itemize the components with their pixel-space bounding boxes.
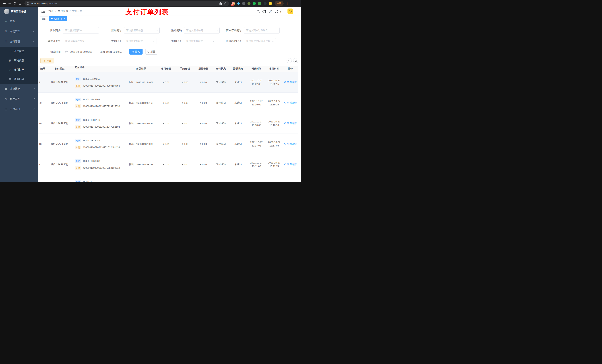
sidebar-item-home[interactable]: ⌂ 首页 xyxy=(0,16,38,26)
view-detail-link[interactable]: 查看详情 xyxy=(283,72,298,93)
pay-status-select[interactable] xyxy=(124,38,156,44)
table-row[interactable]: 商户 1635311… 支付 标题： 查看详情 xyxy=(38,175,298,182)
channel-code-select[interactable] xyxy=(184,27,220,33)
date-start: 2021-10-01 00:00:00 xyxy=(70,51,92,53)
browser-menu-icon[interactable]: ⋮ xyxy=(285,2,289,5)
col-header-no: 编号 xyxy=(38,66,47,72)
reload-icon[interactable] xyxy=(12,1,17,6)
magnifier-icon xyxy=(284,163,286,166)
sidebar-item-payment[interactable]: ¥ 支付管理 xyxy=(0,36,38,47)
merchant-order-no: 1635311468233 xyxy=(83,160,100,162)
cell-channel: 微信 JSAPI 支付 xyxy=(47,72,72,93)
merchant-filter-input[interactable] xyxy=(63,27,99,33)
extension-icon[interactable] xyxy=(242,2,245,5)
cell-refund-amount: ¥ 0.00 xyxy=(194,154,213,175)
export-button[interactable]: 导出 xyxy=(40,58,54,63)
cell-order: 商户 1635311949168 支付 42000011812021102777… xyxy=(72,93,126,113)
filter-label-channel-code: 渠道编码 xyxy=(159,27,182,33)
extension-badge: 10 xyxy=(231,4,234,6)
show-search-toggle-icon[interactable] xyxy=(287,58,292,63)
table-row[interactable]: 17 微信 JSAPI 支付 商户 1635311468233 支付 42000… xyxy=(38,154,298,175)
cell-order: 商户 1635311… 支付 xyxy=(72,175,126,182)
channel-order-no-input[interactable] xyxy=(63,38,98,44)
back-icon[interactable] xyxy=(2,1,7,6)
merchant-badge: 商户 xyxy=(75,77,81,81)
table-body: 21 微信 JSAPI 支付 商户 1635312124657 支付 42000… xyxy=(38,72,298,182)
sidebar-item-merchant-info[interactable]: ▭ 商户信息 xyxy=(0,47,38,56)
cell-notify-status xyxy=(229,175,247,182)
fullscreen-icon[interactable] xyxy=(275,10,278,13)
sidebar-item-system[interactable]: ⚙ 系统管理 xyxy=(0,26,38,36)
table-row[interactable]: 19 微信 JSAPI 支付 商户 1635311881440 支付 42000… xyxy=(38,113,298,134)
notify-status-select[interactable] xyxy=(244,38,276,44)
merchant-badge: 商户 xyxy=(75,118,81,122)
breadcrumb-home[interactable]: 首页 xyxy=(49,10,54,13)
share-icon[interactable] xyxy=(219,2,222,5)
github-icon[interactable] xyxy=(262,10,266,13)
orders-table: 编号 支付渠道 支付订单 商品标题 支付金额 手续金额 退款金额 支付状态 回调… xyxy=(38,66,298,182)
cell-title: 标题：1635311949168 xyxy=(126,93,156,113)
view-detail-link[interactable]: 查看详情 xyxy=(283,113,298,134)
chevron-down-icon xyxy=(33,98,35,100)
view-detail-link[interactable]: 查看详情 xyxy=(283,93,298,113)
reset-button[interactable]: 重置 xyxy=(145,49,157,54)
extension-icon[interactable]: 10 xyxy=(232,2,235,5)
date-end: 2021-10-31 23:59:59 xyxy=(100,51,122,53)
cell-notify-status: 未通知 xyxy=(229,154,247,175)
refresh-icon[interactable] xyxy=(293,58,298,63)
filter-label-notify-status: 回调商户状态 xyxy=(217,38,242,44)
view-detail-link[interactable]: 查看详情 xyxy=(283,134,298,154)
browser-update-button[interactable]: 更新 xyxy=(275,1,284,6)
view-detail-link[interactable]: 查看详情 xyxy=(283,175,298,182)
address-bar[interactable]: localhost:1024/pay/order xyxy=(24,1,229,6)
close-icon[interactable]: × xyxy=(64,18,65,20)
tag-home[interactable]: 首页 xyxy=(40,16,48,21)
app-no-select[interactable] xyxy=(124,27,160,33)
help-icon[interactable]: ? xyxy=(269,10,272,13)
app-logo[interactable]: 芋道管理系统 xyxy=(0,7,38,16)
cell-notify-status: 未通知 xyxy=(229,72,247,93)
sidebar-item-infra[interactable]: ▣ 基础设施 xyxy=(0,83,38,94)
date-range-picker[interactable]: 2021-10-01 00:00:00 - 2021-10-31 23:59:5… xyxy=(63,49,127,55)
table-row[interactable]: 20 微信 JSAPI 支付 商户 1635311949168 支付 42000… xyxy=(38,93,298,113)
col-header-title: 商品标题 xyxy=(126,66,156,72)
user-dropdown-caret-icon[interactable] xyxy=(297,11,299,12)
magnifier-icon xyxy=(284,81,286,83)
sidebar-item-workflow[interactable]: ◫ 工作流程 xyxy=(0,104,38,114)
app-title: 芋道管理系统 xyxy=(11,10,26,13)
view-detail-link[interactable]: 查看详情 xyxy=(283,154,298,175)
search-button[interactable]: 搜索 xyxy=(129,49,142,54)
avatar-extension-icon[interactable] xyxy=(269,2,272,5)
cell-create-time: 2021-10-27 13:22:05 xyxy=(247,72,266,93)
extension-icon[interactable] xyxy=(264,2,267,5)
bookmark-star-icon[interactable] xyxy=(224,2,227,5)
tag-pay-order[interactable]: 支付订单 × xyxy=(49,16,67,21)
sidebar-item-pay-order[interactable]: ◎ 支付订单 xyxy=(0,65,38,74)
url-text: localhost:1024/pay/order xyxy=(31,2,217,5)
cell-order: 商户 1635311823086 支付 42000011672021102710… xyxy=(72,134,126,154)
breadcrumb-payment[interactable]: 支付管理 xyxy=(58,10,68,13)
sidebar-item-app-info[interactable]: ▦ 应用信息 xyxy=(0,56,38,65)
cell-pay-time: 2021-10-27 13:17:08 xyxy=(266,134,283,154)
forward-icon[interactable] xyxy=(7,1,12,6)
merchant-order-no-input[interactable] xyxy=(244,27,280,33)
site-info-icon[interactable] xyxy=(27,2,29,5)
font-size-icon[interactable]: tT xyxy=(280,10,283,13)
cell-pay-status: 支付成功 xyxy=(213,134,229,154)
merchant-order-no: 1635311949168 xyxy=(83,98,100,101)
table-row[interactable]: 18 微信 JSAPI 支付 商户 1635311823086 支付 42000… xyxy=(38,134,298,154)
refund-status-select[interactable] xyxy=(184,38,216,44)
search-icon[interactable] xyxy=(257,10,260,13)
extension-icon[interactable] xyxy=(247,2,250,5)
extension-icon[interactable] xyxy=(237,2,240,5)
table-row[interactable]: 21 微信 JSAPI 支付 商户 1635312124657 支付 42000… xyxy=(38,72,298,93)
home-icon[interactable] xyxy=(17,1,22,6)
extension-icon[interactable] xyxy=(258,2,261,5)
extension-icon[interactable] xyxy=(253,2,256,5)
menu-fold-icon[interactable] xyxy=(41,9,45,13)
cell-refund-amount: ¥ 0.00 xyxy=(194,113,213,134)
user-avatar[interactable] xyxy=(288,9,293,14)
sidebar-item-devtools[interactable]: ✎ 研发工具 xyxy=(0,94,38,104)
cell-order: 商户 1635311881440 支付 42000011732021102728… xyxy=(72,113,126,134)
sidebar-item-refund-order[interactable]: ▤ 退款订单 xyxy=(0,74,38,83)
